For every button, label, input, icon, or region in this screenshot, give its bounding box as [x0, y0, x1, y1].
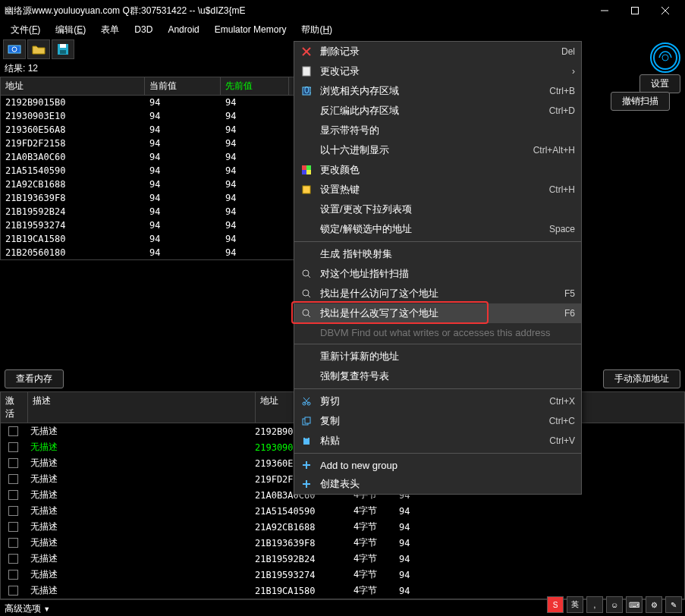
- active-checkbox[interactable]: [8, 490, 18, 500]
- ime-settings-icon[interactable]: ⚙: [646, 596, 662, 613]
- cheat-row[interactable]: 无描述21B19592B244字节94: [1, 551, 684, 567]
- ctx-设置热键[interactable]: 设置热键Ctrl+H: [294, 180, 581, 200]
- active-checkbox[interactable]: [8, 522, 18, 532]
- ctx-粘贴[interactable]: 粘贴Ctrl+V: [294, 431, 581, 451]
- ctx-shortcut: Del: [561, 46, 575, 57]
- active-checkbox[interactable]: [8, 442, 18, 452]
- open-icon[interactable]: [27, 39, 50, 59]
- menu-文件[interactable]: 文件(F): [3, 22, 48, 38]
- paste-icon: [300, 435, 313, 447]
- col-address[interactable]: 地址: [1, 77, 145, 95]
- ime-emoji-icon[interactable]: ☺: [606, 596, 623, 613]
- ctx-重新计算新的地址[interactable]: 重新计算新的地址: [294, 347, 581, 366]
- process-icon[interactable]: [3, 39, 26, 59]
- active-checkbox[interactable]: [8, 474, 18, 484]
- blank-icon: [300, 144, 313, 156]
- menu-Android[interactable]: Android: [160, 23, 206, 36]
- ctx-shortcut: Ctrl+C: [549, 416, 575, 426]
- add-manual-button[interactable]: 手动添加地址: [603, 369, 680, 388]
- result-row[interactable]: 21930903E109494: [1, 109, 295, 123]
- ctx-label: 反汇编此内存区域: [320, 104, 542, 118]
- active-checkbox[interactable]: [8, 538, 18, 548]
- result-row[interactable]: 219FD2F21589494: [1, 137, 295, 150]
- ctx-反汇编此内存区域[interactable]: 反汇编此内存区域Ctrl+D: [294, 101, 581, 121]
- ctx-生成-指针映射集[interactable]: 生成 指针映射集: [294, 244, 581, 264]
- hot-icon: [300, 184, 313, 196]
- active-checkbox[interactable]: [8, 554, 18, 564]
- ctx-label: 更改颜色: [320, 163, 575, 177]
- minimize-button[interactable]: [589, 0, 620, 21]
- cheat-row[interactable]: 无描述21A92CB16884字节94: [1, 519, 684, 535]
- save-icon[interactable]: [52, 39, 74, 59]
- menu-D3D[interactable]: D3D: [127, 23, 160, 36]
- ctx-删除记录[interactable]: 删除记录Del: [294, 42, 581, 61]
- ctx-浏览相关内存区域[interactable]: 01浏览相关内存区域Ctrl+B: [294, 81, 581, 101]
- result-row[interactable]: 219360E56A89494: [1, 123, 295, 137]
- ctx-对这个地址指针扫描[interactable]: 对这个地址指针扫描: [294, 264, 581, 284]
- menu-Emulator Memory[interactable]: Emulator Memory: [207, 23, 294, 36]
- result-row[interactable]: 21A515405909494: [1, 164, 295, 178]
- ce-logo-icon[interactable]: [650, 42, 680, 73]
- ctx-以十六进制显示[interactable]: 以十六进制显示Ctrl+Alt+H: [294, 140, 581, 160]
- ime-tool-icon[interactable]: ✎: [665, 596, 682, 613]
- undo-scan-button[interactable]: 撤销扫描: [611, 92, 670, 111]
- result-row[interactable]: 21B19CA15809494: [1, 232, 295, 246]
- ctx-显示带符号的[interactable]: 显示带符号的: [294, 121, 581, 140]
- result-row[interactable]: 21B195932749494: [1, 218, 295, 232]
- ctx-Add-to-new-group[interactable]: Add to new group: [294, 456, 581, 474]
- context-menu: 删除记录Del更改记录›01浏览相关内存区域Ctrl+B反汇编此内存区域Ctrl…: [294, 41, 582, 495]
- svg-text:01: 01: [304, 86, 311, 96]
- ime-keyboard-icon[interactable]: ⌨: [626, 596, 643, 613]
- result-row[interactable]: 21A92CB16889494: [1, 178, 295, 191]
- close-button[interactable]: [650, 0, 680, 21]
- active-checkbox[interactable]: [8, 570, 18, 580]
- ctx-label: 复制: [320, 414, 542, 428]
- scan-icon: [300, 307, 313, 319]
- ctx-更改记录[interactable]: 更改记录›: [294, 61, 581, 81]
- result-row[interactable]: 2192B9015B09494: [1, 96, 295, 109]
- active-checkbox[interactable]: [8, 458, 18, 468]
- ctx-label: 对这个地址指针扫描: [320, 267, 575, 281]
- cheat-row[interactable]: 无描述21A515405904字节94: [1, 503, 684, 519]
- ime-punct-icon[interactable]: ,: [586, 596, 603, 613]
- svg-point-25: [303, 310, 309, 316]
- ctx-shortcut: Ctrl+B: [549, 86, 575, 96]
- result-row[interactable]: 21A0B3A0C609494: [1, 150, 295, 164]
- svg-rect-17: [306, 165, 311, 170]
- maximize-button[interactable]: [620, 0, 650, 21]
- ctx-设置/更改下拉列表项[interactable]: 设置/更改下拉列表项: [294, 200, 581, 219]
- active-checkbox[interactable]: [8, 586, 18, 596]
- menu-编辑[interactable]: 编辑(E): [48, 22, 93, 38]
- cheat-row[interactable]: 无描述21B195932744字节94: [1, 567, 684, 583]
- active-checkbox[interactable]: [8, 506, 18, 516]
- ctx-创建表头[interactable]: 创建表头: [294, 474, 581, 494]
- result-row[interactable]: 21B19592B249494: [1, 205, 295, 218]
- result-row[interactable]: 21B193639F89494: [1, 191, 295, 205]
- cheat-row[interactable]: 无描述21B193639F84字节94: [1, 535, 684, 551]
- ctx-label: 删除记录: [320, 45, 554, 58]
- ctx-强制复查符号表[interactable]: 强制复查符号表: [294, 366, 581, 386]
- ctx-剪切[interactable]: 剪切Ctrl+X: [294, 391, 581, 411]
- menu-表单[interactable]: 表单: [93, 22, 127, 38]
- color-icon: [300, 164, 313, 176]
- ctx-找出是什么改写了这个地址[interactable]: 找出是什么改写了这个地址F6: [294, 303, 581, 323]
- sogou-ime-icon[interactable]: S: [547, 596, 564, 613]
- ctx-label: 创建表头: [320, 477, 575, 491]
- active-checkbox[interactable]: [8, 426, 18, 436]
- svg-line-26: [308, 315, 310, 317]
- results-table[interactable]: 地址 当前值 先前值 2192B9015B0949421930903E10949…: [0, 77, 296, 260]
- ctx-label: 更改记录: [320, 64, 564, 78]
- result-row[interactable]: 21B205601809494: [1, 246, 295, 259]
- col-current[interactable]: 当前值: [145, 77, 221, 95]
- ctx-锁定/解锁选中的地址[interactable]: 锁定/解锁选中的地址Space: [294, 219, 581, 239]
- col-previous[interactable]: 先前值: [221, 77, 289, 95]
- ctx-更改颜色[interactable]: 更改颜色: [294, 160, 581, 180]
- ctx-复制[interactable]: 复制Ctrl+C: [294, 411, 581, 431]
- menu-帮助[interactable]: 帮助(H): [294, 22, 340, 38]
- ime-lang-icon[interactable]: 英: [567, 596, 583, 613]
- view-memory-button[interactable]: 查看内存: [5, 369, 64, 388]
- col-description[interactable]: 描述: [28, 392, 256, 423]
- col-active[interactable]: 激活: [1, 392, 28, 423]
- ctx-找出是什么访问了这个地址[interactable]: 找出是什么访问了这个地址F5: [294, 284, 581, 303]
- blank-icon: [300, 350, 313, 363]
